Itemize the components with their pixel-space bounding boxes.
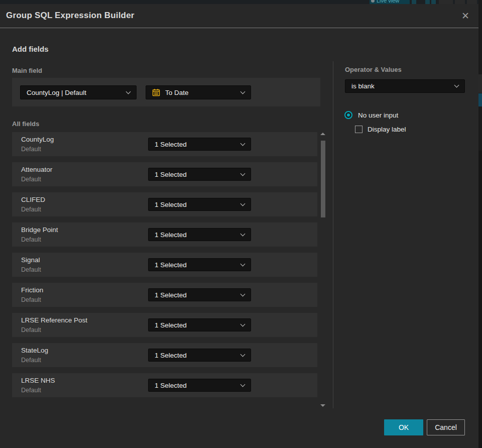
toolbar-button-partial <box>455 0 465 4</box>
screen: Live view Group SQL Expression Builder ✕… <box>0 0 482 448</box>
group-sql-expression-builder-dialog: Group SQL Expression Builder ✕ Add field… <box>0 4 478 448</box>
field-name: CLIFED <box>21 196 45 203</box>
field-name: Bridge Point <box>21 226 58 234</box>
field-selection-value: 1 Selected <box>155 382 237 389</box>
field-row: StateLogDefault1 Selected <box>12 343 317 367</box>
operator-dropdown-value: is blank <box>351 82 451 90</box>
main-field-dropdown-value: CountyLog | Default <box>27 89 123 96</box>
field-name: CountyLog <box>21 136 54 143</box>
field-row: CountyLogDefault1 Selected <box>12 132 317 156</box>
field-selection-value: 1 Selected <box>155 321 237 329</box>
field-selection-value: 1 Selected <box>155 231 237 239</box>
add-fields-heading: Add fields <box>12 45 49 53</box>
field-subtitle: Default <box>21 266 41 273</box>
field-subtitle: Default <box>21 296 41 303</box>
field-subtitle: Default <box>21 206 41 213</box>
main-field-dropdown[interactable]: CountyLog | Default <box>20 85 137 99</box>
field-selection-value: 1 Selected <box>155 141 237 148</box>
panel-divider <box>333 61 333 408</box>
field-subtitle: Default <box>21 357 41 364</box>
background-panel-partial <box>478 74 482 93</box>
chevron-down-icon <box>126 89 131 94</box>
field-name: StateLog <box>21 347 48 354</box>
close-icon[interactable]: ✕ <box>459 9 472 22</box>
field-subtitle: Default <box>21 326 41 333</box>
live-view-label: Live view <box>377 0 399 4</box>
radio-selected-icon <box>344 111 352 119</box>
field-name: LRSE NHS <box>21 377 55 384</box>
scrollbar-thumb[interactable] <box>321 141 325 217</box>
display-label-checkbox[interactable]: Display label <box>355 126 406 133</box>
main-field-panel: CountyLog | Default To Date <box>12 78 320 106</box>
field-row: LRSE NHSDefault1 Selected <box>12 373 317 397</box>
field-subtitle: Default <box>21 176 41 183</box>
background-app-top-strip: Live view <box>0 0 478 4</box>
background-selection-partial <box>478 93 482 106</box>
field-selection-dropdown[interactable]: 1 Selected <box>148 318 251 331</box>
dialog-header: Group SQL Expression Builder ✕ <box>0 4 478 28</box>
toolbar-button-partial <box>412 0 416 4</box>
calendar-date-icon <box>152 88 160 96</box>
field-subtitle: Default <box>21 387 41 394</box>
field-subtitle: Default <box>21 236 41 243</box>
field-row: CLIFEDDefault1 Selected <box>12 192 317 216</box>
chevron-down-icon <box>240 382 246 387</box>
chevron-down-icon <box>240 291 246 296</box>
no-user-input-label: No user input <box>358 111 398 119</box>
field-row: LRSE Reference PostDefault1 Selected <box>12 313 317 337</box>
field-name: LRSE Reference Post <box>21 316 87 324</box>
field-selection-dropdown[interactable]: 1 Selected <box>148 198 251 211</box>
operator-dropdown[interactable]: is blank <box>345 79 465 93</box>
no-user-input-radio[interactable]: No user input <box>344 111 398 119</box>
chevron-down-icon <box>240 231 246 236</box>
field-selection-value: 1 Selected <box>155 291 237 299</box>
field-selection-dropdown[interactable]: 1 Selected <box>148 288 251 301</box>
field-selection-dropdown[interactable]: 1 Selected <box>148 379 251 392</box>
main-field-label: Main field <box>12 67 42 74</box>
field-row: FrictionDefault1 Selected <box>12 283 317 307</box>
chevron-down-icon <box>240 89 246 94</box>
main-field-type-value: To Date <box>165 89 237 96</box>
all-fields-label: All fields <box>12 120 39 128</box>
chevron-down-icon <box>240 201 246 206</box>
background-panel-partial <box>478 151 482 448</box>
field-selection-value: 1 Selected <box>155 171 237 178</box>
field-subtitle: Default <box>21 146 41 153</box>
chevron-down-icon <box>240 321 246 326</box>
toolbar-button-partial <box>431 0 436 4</box>
scroll-up-icon[interactable] <box>320 133 325 135</box>
cancel-button[interactable]: Cancel <box>427 419 465 435</box>
dialog-title: Group SQL Expression Builder <box>6 11 135 21</box>
field-name: Attenuator <box>21 166 52 173</box>
field-row: SignalDefault1 Selected <box>12 253 317 277</box>
toolbar-button-partial <box>439 0 453 4</box>
chevron-down-icon <box>240 171 246 176</box>
chevron-down-icon <box>240 261 246 266</box>
chevron-down-icon <box>240 352 246 357</box>
fields-list-scrollbar[interactable] <box>319 128 326 409</box>
field-name: Signal <box>21 256 40 264</box>
field-selection-value: 1 Selected <box>155 261 237 269</box>
toolbar-button-partial <box>467 0 477 4</box>
checkbox-unchecked-icon <box>355 126 363 133</box>
field-name: Friction <box>21 286 43 294</box>
display-label-label: Display label <box>368 126 406 133</box>
operator-values-label: Operator & Values <box>345 66 402 73</box>
field-selection-dropdown[interactable]: 1 Selected <box>148 168 251 181</box>
scroll-down-icon[interactable] <box>320 404 325 407</box>
field-selection-dropdown[interactable]: 1 Selected <box>148 258 251 271</box>
field-selection-value: 1 Selected <box>155 352 237 359</box>
all-fields-list: CountyLogDefault1 SelectedAttenuatorDefa… <box>12 132 317 403</box>
toolbar-button-partial <box>425 0 430 4</box>
field-selection-dropdown[interactable]: 1 Selected <box>148 349 251 362</box>
field-row: AttenuatorDefault1 Selected <box>12 162 317 186</box>
live-view-button-partial[interactable]: Live view <box>370 0 410 4</box>
ok-button[interactable]: OK <box>384 419 423 435</box>
chevron-down-icon <box>454 83 459 88</box>
main-field-type-dropdown[interactable]: To Date <box>146 85 251 99</box>
field-selection-dropdown[interactable]: 1 Selected <box>148 228 251 241</box>
field-selection-value: 1 Selected <box>155 201 237 208</box>
field-selection-dropdown[interactable]: 1 Selected <box>148 138 251 151</box>
background-app-right-strip <box>478 0 482 448</box>
field-row: Bridge PointDefault1 Selected <box>12 222 317 247</box>
